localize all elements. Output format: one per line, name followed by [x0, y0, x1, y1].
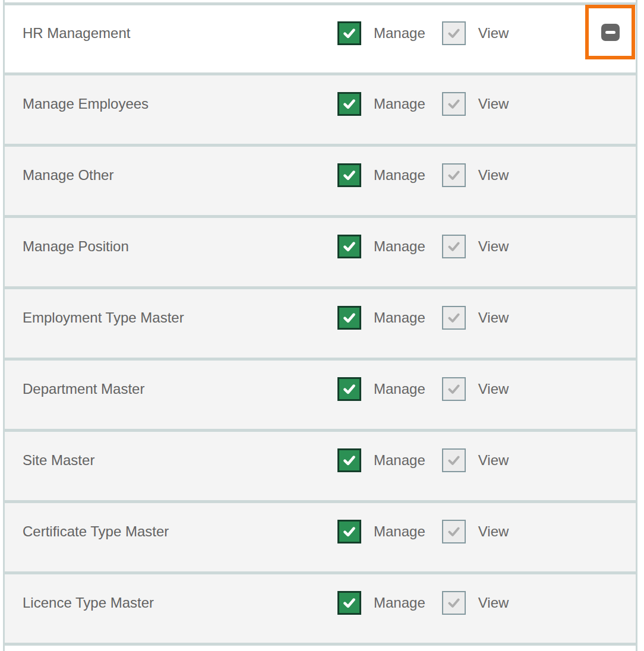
permission-controls: Manage View [337, 163, 509, 187]
next-row-fragment [5, 646, 636, 651]
check-icon [342, 381, 357, 397]
table-row: Department Master Manage View [5, 361, 636, 429]
row-label: Manage Position [23, 238, 129, 255]
permission-controls: Manage View [337, 306, 509, 330]
manage-checkbox[interactable] [337, 448, 361, 472]
manage-label: Manage [374, 452, 425, 469]
row-label: Certificate Type Master [23, 523, 169, 540]
row-label: Site Master [23, 452, 94, 469]
view-checkbox [442, 377, 466, 401]
view-label: View [478, 25, 509, 42]
table-row: Licence Type Master Manage View [5, 574, 636, 643]
check-icon [446, 310, 462, 326]
check-icon [342, 595, 357, 611]
view-checkbox [442, 448, 466, 472]
manage-checkbox[interactable] [337, 591, 361, 615]
view-label: View [478, 595, 509, 611]
table-row: Site Master Manage View [5, 432, 636, 500]
row-label: HR Management [23, 25, 130, 42]
view-label: View [478, 523, 509, 540]
permission-controls: Manage View [337, 21, 509, 45]
view-label: View [478, 452, 509, 469]
view-checkbox [442, 235, 466, 258]
table-row: Certificate Type Master Manage View [5, 503, 636, 571]
manage-checkbox[interactable] [337, 306, 361, 330]
check-icon [446, 381, 462, 397]
manage-label: Manage [374, 96, 425, 112]
manage-checkbox[interactable] [337, 163, 361, 187]
row-label: Licence Type Master [23, 595, 154, 611]
check-icon [446, 168, 462, 183]
action-highlight [585, 5, 635, 59]
collapse-button[interactable] [601, 24, 620, 41]
view-checkbox [442, 163, 466, 187]
manage-label: Manage [374, 238, 425, 255]
permissions-table: HR Management Manage View Manage Employe… [3, 0, 637, 651]
check-icon [446, 239, 462, 254]
check-icon [342, 26, 357, 41]
manage-label: Manage [374, 167, 425, 184]
permission-controls: Manage View [337, 448, 509, 472]
check-icon [342, 310, 357, 326]
view-label: View [478, 381, 509, 397]
table-row: Employment Type Master Manage View [5, 289, 636, 358]
view-label: View [478, 238, 509, 255]
permission-controls: Manage View [337, 92, 509, 116]
manage-checkbox[interactable] [337, 520, 361, 543]
row-label: Department Master [23, 381, 144, 397]
manage-checkbox[interactable] [337, 21, 361, 45]
row-label: Employment Type Master [23, 309, 184, 326]
table-row-module: HR Management Manage View [5, 5, 636, 72]
check-icon [342, 524, 357, 539]
check-icon [446, 453, 462, 468]
check-icon [342, 239, 357, 254]
permission-controls: Manage View [337, 591, 509, 615]
manage-checkbox[interactable] [337, 235, 361, 258]
table-row: Manage Employees Manage View [5, 75, 636, 144]
view-checkbox [442, 21, 466, 45]
view-label: View [478, 167, 509, 184]
table-row: Manage Other Manage View [5, 147, 636, 215]
check-icon [446, 96, 462, 112]
manage-label: Manage [374, 381, 425, 397]
view-checkbox [442, 591, 466, 615]
permission-controls: Manage View [337, 520, 509, 543]
table-row: Manage Position Manage View [5, 218, 636, 286]
view-checkbox [442, 306, 466, 330]
row-label: Manage Other [23, 167, 113, 184]
manage-checkbox[interactable] [337, 377, 361, 401]
manage-checkbox[interactable] [337, 92, 361, 116]
check-icon [342, 96, 357, 112]
manage-label: Manage [374, 595, 425, 611]
permission-controls: Manage View [337, 377, 509, 401]
check-icon [342, 168, 357, 183]
view-checkbox [442, 92, 466, 116]
minus-icon [605, 31, 615, 34]
view-checkbox [442, 520, 466, 543]
manage-label: Manage [374, 309, 425, 326]
check-icon [446, 595, 462, 611]
manage-label: Manage [374, 25, 425, 42]
permission-controls: Manage View [337, 235, 509, 258]
row-label: Manage Employees [23, 96, 149, 112]
view-label: View [478, 309, 509, 326]
check-icon [342, 453, 357, 468]
check-icon [446, 26, 462, 41]
manage-label: Manage [374, 523, 425, 540]
view-label: View [478, 96, 509, 112]
check-icon [446, 524, 462, 539]
